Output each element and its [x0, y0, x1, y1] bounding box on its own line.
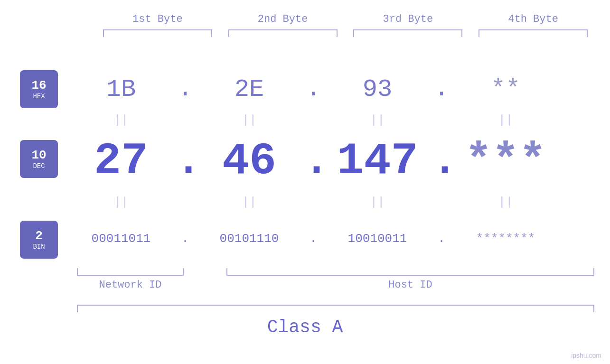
byte4-bracket — [479, 29, 588, 37]
dec-dot-3: . — [432, 138, 451, 185]
bin-dot-3: . — [432, 232, 451, 246]
hex-val-3: 93 — [323, 75, 432, 103]
bin-badge-label: BIN — [33, 243, 45, 251]
byte1-label: 1st Byte — [103, 13, 212, 25]
byte3-bracket — [353, 29, 462, 37]
class-bracket — [77, 305, 594, 312]
hex-val-1: 1B — [66, 75, 176, 103]
hex-val-2: 2E — [195, 75, 304, 103]
eq1-1: || — [66, 113, 176, 127]
eq2-1: || — [66, 195, 176, 209]
host-id-bracket — [226, 268, 594, 276]
byte1-bracket — [103, 29, 212, 37]
host-id-label: Host ID — [226, 279, 594, 291]
eq2-2: || — [195, 195, 304, 209]
dec-badge: 10 DEC — [20, 140, 58, 178]
dec-val-1: 27 — [66, 139, 176, 184]
network-id-label: Network ID — [77, 279, 184, 291]
bin-dot-2: . — [304, 232, 323, 246]
eq2-4: || — [451, 195, 560, 209]
hex-badge: 16 HEX — [20, 70, 58, 108]
hex-dot-2: . — [304, 81, 323, 98]
byte4-label: 4th Byte — [479, 13, 588, 25]
bin-val-2: 00101110 — [195, 232, 304, 246]
bin-badge: 2 BIN — [20, 221, 58, 259]
byte2-label: 2nd Byte — [228, 13, 338, 25]
bin-val-3: 10010011 — [323, 232, 432, 246]
dec-val-3: 147 — [323, 139, 432, 184]
eq1-3: || — [323, 113, 432, 127]
eq1-2: || — [195, 113, 304, 127]
page-container: 1st Byte 2nd Byte 3rd Byte 4th Byte 16 H… — [0, 0, 610, 364]
eq1-4: || — [451, 113, 560, 127]
network-id-bracket — [77, 268, 184, 276]
dec-val-4: *** — [451, 139, 560, 184]
dec-dot-2: . — [304, 138, 323, 185]
dec-val-2: 46 — [195, 139, 304, 184]
bin-val-4: ******** — [451, 232, 560, 246]
bin-val-1: 00011011 — [66, 232, 176, 246]
bin-badge-number: 2 — [35, 229, 43, 243]
byte2-bracket — [228, 29, 338, 37]
byte3-label: 3rd Byte — [353, 13, 462, 25]
hex-val-4: ** — [451, 75, 560, 103]
hex-badge-number: 16 — [31, 78, 46, 93]
eq2-3: || — [323, 195, 432, 209]
dec-badge-label: DEC — [33, 162, 45, 170]
hex-dot-1: . — [176, 81, 195, 98]
class-label: Class A — [0, 317, 610, 337]
watermark: ipshu.com — [571, 352, 601, 359]
dec-dot-1: . — [176, 138, 195, 185]
bin-dot-1: . — [176, 232, 195, 246]
hex-dot-3: . — [432, 81, 451, 98]
hex-badge-label: HEX — [33, 93, 45, 100]
dec-badge-number: 10 — [31, 148, 46, 162]
